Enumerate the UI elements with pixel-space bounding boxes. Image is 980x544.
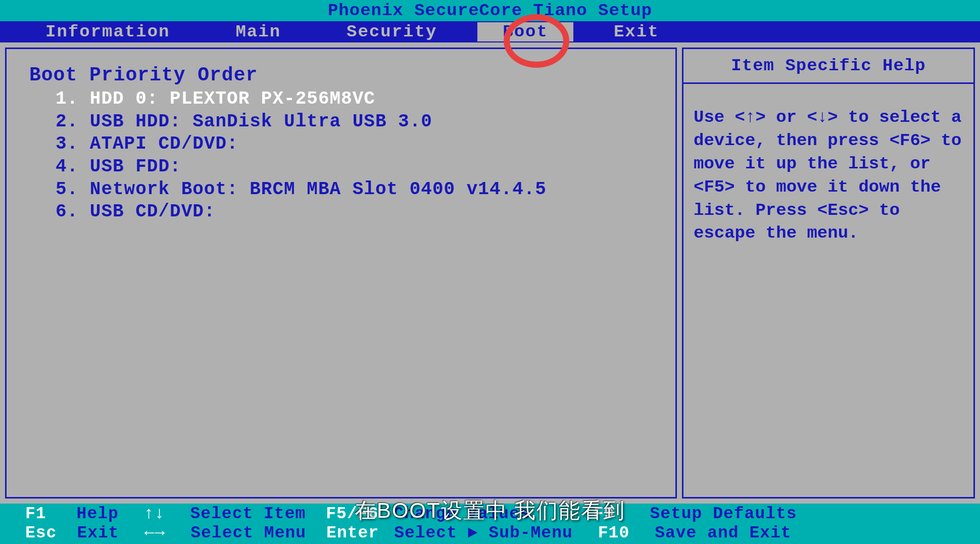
menu-tab-information[interactable]: Information (20, 22, 195, 41)
menu-tab-security[interactable]: Security (321, 22, 462, 41)
title-bar: Phoenix SecureCore Tiano Setup (0, 0, 980, 21)
footer-key-f9: F9 (594, 505, 615, 524)
boot-item-usb-fdd[interactable]: 4. USB FDD: (56, 156, 653, 178)
boot-item-usb-hdd[interactable]: 2. USB HDD: SanDisk Ultra USB 3.0 (56, 111, 653, 133)
content-area: Boot Priority Order 1. HDD 0: PLEXTOR PX… (0, 42, 980, 504)
footer-key-esc: Esc (25, 524, 57, 543)
footer-key-f1: F1 (25, 505, 46, 524)
footer-label-exit: Exit (77, 524, 119, 543)
footer-label-setup-defaults: Setup Defaults (650, 505, 797, 524)
footer-label-save-exit: Save and Exit (655, 524, 791, 543)
footer-key-f5f6: F5/F6 (326, 505, 378, 524)
footer-bar: F1 Help ↑↓ Select Item F5/F6 Change Valu… (0, 504, 980, 544)
footer-key-updown: ↑↓ (144, 505, 165, 524)
footer-label-help: Help (77, 505, 119, 524)
footer-key-f10: F10 (598, 524, 629, 543)
footer-row-1: F1 Help ↑↓ Select Item F5/F6 Change Valu… (0, 505, 980, 524)
menu-bar: Information Main Security Boot Exit (0, 21, 980, 42)
footer-label-submenu: Select ► Sub-Menu (394, 524, 573, 543)
menu-tab-boot[interactable]: Boot (477, 22, 573, 41)
boot-item-atapi-cd[interactable]: 3. ATAPI CD/DVD: (56, 133, 653, 156)
menu-tab-main[interactable]: Main (210, 22, 306, 41)
bios-setup-screen: Phoenix SecureCore Tiano Setup Informati… (0, 0, 980, 544)
footer-label-select-menu: Select Menu (190, 524, 306, 543)
footer-label-change-values: Change Values (394, 505, 530, 524)
help-text: Use <↑> or <↓> to select a device, then … (683, 84, 973, 255)
boot-item-network[interactable]: 5. Network Boot: BRCM MBA Slot 0400 v14.… (56, 178, 653, 201)
boot-priority-header: Boot Priority Order (29, 64, 653, 86)
help-title: Item Specific Help (683, 49, 973, 84)
footer-key-enter: Enter (326, 524, 379, 543)
footer-key-leftright: ←→ (144, 524, 166, 543)
boot-item-hdd0[interactable]: 1. HDD 0: PLEXTOR PX-256M8VC (56, 88, 653, 111)
main-panel: Boot Priority Order 1. HDD 0: PLEXTOR PX… (5, 48, 677, 498)
footer-row-2: Esc Exit ←→ Select Menu Enter Select ► S… (0, 524, 980, 543)
footer-label-select-item: Select Item (190, 505, 306, 524)
menu-tab-exit[interactable]: Exit (589, 22, 684, 41)
boot-item-usb-cd[interactable]: 6. USB CD/DVD: (56, 201, 653, 223)
boot-priority-list: 1. HDD 0: PLEXTOR PX-256M8VC 2. USB HDD:… (29, 88, 653, 223)
help-panel: Item Specific Help Use <↑> or <↓> to sel… (682, 48, 975, 498)
